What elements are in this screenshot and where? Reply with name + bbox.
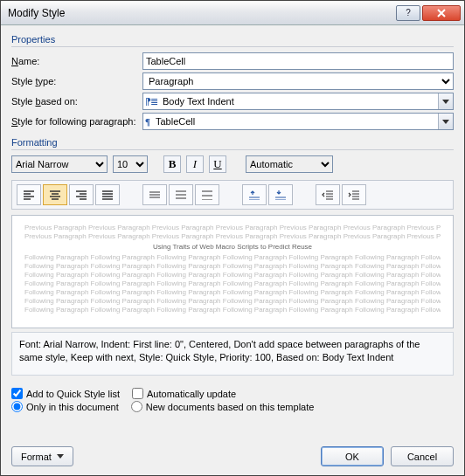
auto-update-input[interactable] xyxy=(132,388,143,399)
line-spacing-2-button[interactable] xyxy=(195,184,219,205)
font-toolbar: Arial Narrow 10 B I U Automatic xyxy=(11,155,454,173)
properties-label: Properties xyxy=(11,34,454,45)
preview-following: Following Paragraph Following Paragraph … xyxy=(24,279,441,287)
only-this-document-input[interactable] xyxy=(11,401,23,412)
style-type-select[interactable]: Paragraph xyxy=(142,72,454,90)
formatting-label: Formatting xyxy=(11,137,454,148)
name-input[interactable] xyxy=(142,52,454,70)
line-spacing-1-5-button[interactable] xyxy=(169,184,193,205)
based-on-label: Style based on: xyxy=(11,96,142,107)
modify-style-dialog: Modify Style ? Properties Name: Style ty… xyxy=(0,0,465,476)
align-right-button[interactable] xyxy=(69,184,94,205)
only-this-document-radio[interactable]: Only in this document xyxy=(11,401,119,412)
chevron-down-icon xyxy=(438,93,453,109)
paragraph-toolbar xyxy=(11,180,454,210)
based-on-value: Body Text Indent xyxy=(163,96,234,107)
window-title: Modify Style xyxy=(1,7,65,19)
title-bar: Modify Style ? xyxy=(1,1,464,25)
new-documents-input[interactable] xyxy=(131,401,142,412)
following-select[interactable]: ¶ TableCell xyxy=(142,113,454,130)
cancel-button[interactable]: Cancel xyxy=(391,446,454,466)
bold-button[interactable]: B xyxy=(163,155,181,173)
preview-following: Following Paragraph Following Paragraph … xyxy=(24,262,441,270)
preview-sample-text: Using Traits of Web Macro Scripts to Pre… xyxy=(24,243,441,251)
help-button[interactable]: ? xyxy=(396,5,420,21)
pilcrow-icon: ¶ xyxy=(145,116,150,127)
add-quick-style-input[interactable] xyxy=(11,388,23,399)
preview-following: Following Paragraph Following Paragraph … xyxy=(24,297,441,305)
line-spacing-1-button[interactable] xyxy=(142,184,167,205)
new-documents-radio[interactable]: New documents based on this template xyxy=(131,401,315,412)
indent-decrease-button[interactable] xyxy=(316,184,340,205)
chevron-down-icon xyxy=(57,454,64,459)
name-label: Name: xyxy=(11,56,142,66)
preview-previous: Previous Paragraph Previous Paragraph Pr… xyxy=(24,232,441,240)
style-preview: Previous Paragraph Previous Paragraph Pr… xyxy=(11,215,454,328)
space-before-inc-button[interactable] xyxy=(242,184,267,205)
preview-following: Following Paragraph Following Paragraph … xyxy=(24,253,441,261)
based-on-select[interactable]: ⁋≣ Body Text Indent xyxy=(142,93,454,110)
align-left-button[interactable] xyxy=(17,184,41,205)
chevron-down-icon xyxy=(438,114,453,129)
font-size-select[interactable]: 10 xyxy=(113,155,148,173)
close-button[interactable] xyxy=(422,5,461,21)
indent-increase-button[interactable] xyxy=(342,184,366,205)
align-center-button[interactable] xyxy=(43,184,67,205)
preview-following: Following Paragraph Following Paragraph … xyxy=(24,288,441,296)
format-menu-button[interactable]: Format xyxy=(11,446,73,466)
align-justify-button[interactable] xyxy=(95,184,120,205)
underline-button[interactable]: U xyxy=(209,155,226,173)
preview-following: Following Paragraph Following Paragraph … xyxy=(24,306,441,314)
following-label: Style for following paragraph: xyxy=(11,116,142,127)
add-quick-style-checkbox[interactable]: Add to Quick Style list xyxy=(11,388,120,399)
preview-previous: Previous Paragraph Previous Paragraph Pr… xyxy=(24,224,441,231)
font-name-select[interactable]: Arial Narrow xyxy=(11,155,108,173)
following-value: TableCell xyxy=(156,116,195,127)
paragraph-indent-icon: ⁋≣ xyxy=(145,96,157,107)
style-description: Font: Arial Narrow, Indent: First line: … xyxy=(11,332,454,376)
italic-button[interactable]: I xyxy=(186,155,204,173)
style-type-label: Style type: xyxy=(11,76,142,86)
preview-following: Following Paragraph Following Paragraph … xyxy=(24,271,441,279)
auto-update-checkbox[interactable]: Automatically update xyxy=(132,388,236,399)
space-before-dec-button[interactable] xyxy=(268,184,293,205)
font-color-select[interactable]: Automatic xyxy=(246,155,333,173)
ok-button[interactable]: OK xyxy=(321,446,384,466)
